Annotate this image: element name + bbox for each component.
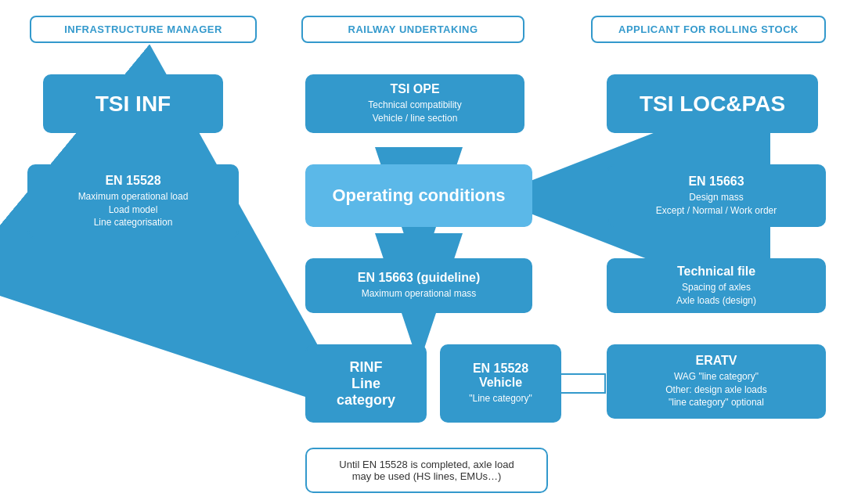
tech-file-subtitle: Spacing of axles Axle loads (design) [676, 281, 756, 308]
infra-header: INFRASTRUCTURE MANAGER [30, 16, 257, 43]
en15528-inf-box: EN 15528 Maximum operational load Load m… [27, 164, 239, 239]
en15663-design-box: EN 15663 Design mass Except / Normal / W… [607, 164, 826, 227]
tsi-locpas-title: TSI LOC&PAS [640, 92, 785, 117]
rinf-box: RINF Line category [305, 344, 427, 423]
operating-conditions-box: Operating conditions [305, 164, 532, 227]
en15663-guide-subtitle: Maximum operational mass [362, 287, 477, 301]
tsi-ope-title: TSI OPE [390, 82, 439, 96]
operating-conditions-title: Operating conditions [332, 185, 505, 206]
en15663-guide-box: EN 15663 (guideline) Maximum operational… [305, 258, 532, 313]
svg-line-3 [157, 249, 305, 372]
en15663-design-subtitle: Design mass Except / Normal / Work order [656, 191, 777, 218]
tsi-inf-box: TSI INF [43, 74, 223, 133]
en15528-vehicle-subtitle: "Line category" [469, 392, 532, 405]
rinf-title: RINF Line category [337, 359, 395, 409]
tsi-ope-box: TSI OPE Technical compatibility Vehicle … [305, 74, 524, 133]
eratv-title: ERATV [695, 354, 737, 368]
applicant-header: APPLICANT FOR ROLLING STOCK [591, 16, 826, 43]
tech-file-title: Technical file [677, 265, 755, 279]
tsi-ope-subtitle: Technical compatibility Vehicle / line s… [368, 99, 461, 125]
en15528-inf-title: EN 15528 [105, 174, 160, 188]
note-box: Until EN 15528 is completed, axle load m… [305, 448, 548, 493]
tech-file-box: Technical file Spacing of axles Axle loa… [607, 258, 826, 313]
en15528-vehicle-box: EN 15528 Vehicle "Line category" [440, 344, 561, 423]
railway-header: RAILWAY UNDERTAKING [301, 16, 524, 43]
en15528-vehicle-title: EN 15528 Vehicle [473, 362, 528, 390]
note-text: Until EN 15528 is completed, axle load m… [339, 459, 514, 482]
tsi-locpas-box: TSI LOC&PAS [607, 74, 818, 133]
en15663-design-title: EN 15663 [688, 175, 744, 189]
eratv-subtitle: WAG "line category" Other: design axle l… [665, 370, 766, 409]
en15663-guide-title: EN 15663 (guideline) [358, 271, 481, 285]
eratv-box: ERATV WAG "line category" Other: design … [607, 344, 826, 419]
tsi-inf-title: TSI INF [96, 92, 171, 117]
diagram: INFRASTRUCTURE MANAGER RAILWAY UNDERTAKI… [0, 0, 847, 504]
en15528-inf-subtitle: Maximum operational load Load model Line… [78, 190, 189, 229]
